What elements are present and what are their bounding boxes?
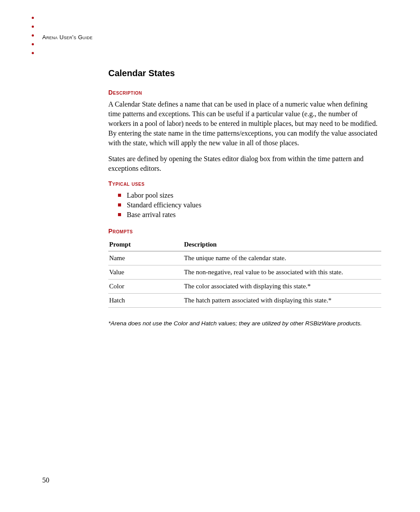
- list-item-text: Standard efficiency values: [127, 201, 201, 209]
- table-footnote: *Arena does not use the Color and Hatch …: [108, 320, 381, 327]
- list-item-text: Base arrival rates: [127, 211, 176, 218]
- cell-prompt: Color: [108, 279, 183, 293]
- decorative-dot: [32, 17, 34, 19]
- cell-description: The color associated with displaying thi…: [183, 279, 381, 293]
- cell-prompt: Hatch: [108, 293, 183, 307]
- section-title: Calendar States: [108, 68, 381, 78]
- list-item: Base arrival rates: [118, 210, 381, 220]
- cell-prompt: Value: [108, 265, 183, 279]
- prompts-heading: Prompts: [108, 228, 381, 235]
- list-item-text: Labor pool sizes: [127, 192, 173, 199]
- cell-description: The unique name of the calendar state.: [183, 251, 381, 265]
- list-item: Standard efficiency values: [118, 200, 381, 210]
- cell-description: The hatch pattern associated with displa…: [183, 293, 381, 307]
- table-row: Hatch The hatch pattern associated with …: [108, 293, 381, 307]
- running-header: Arena User's Guide: [42, 34, 92, 41]
- cell-description: The non-negative, real value to be assoc…: [183, 265, 381, 279]
- main-content: Calendar States Description A Calendar S…: [108, 68, 381, 327]
- typical-uses-list: Labor pool sizes Standard efficiency val…: [108, 191, 381, 220]
- decorative-dot: [32, 43, 34, 45]
- decorative-dot: [32, 26, 34, 28]
- list-item: Labor pool sizes: [118, 191, 381, 200]
- page-number: 50: [42, 476, 49, 484]
- column-header-prompt: Prompt: [108, 238, 183, 251]
- description-paragraph-2: States are defined by opening the States…: [108, 154, 381, 173]
- running-header-text: Arena User's Guide: [42, 34, 92, 41]
- table-row: Color The color associated with displayi…: [108, 279, 381, 293]
- cell-prompt: Name: [108, 251, 183, 265]
- decorative-dot: [32, 52, 34, 54]
- margin-bullet-decoration: [32, 17, 34, 61]
- column-header-description: Description: [183, 238, 381, 251]
- table-header-row: Prompt Description: [108, 238, 381, 251]
- description-paragraph-1: A Calendar State defines a name that can…: [108, 99, 381, 148]
- description-heading: Description: [108, 89, 381, 96]
- typical-uses-heading: Typical uses: [108, 180, 381, 187]
- table-row: Value The non-negative, real value to be…: [108, 265, 381, 279]
- decorative-dot: [32, 34, 34, 37]
- document-page: Arena User's Guide Calendar States Descr…: [0, 0, 420, 512]
- prompts-table: Prompt Description Name The unique name …: [108, 238, 381, 308]
- table-row: Name The unique name of the calendar sta…: [108, 251, 381, 265]
